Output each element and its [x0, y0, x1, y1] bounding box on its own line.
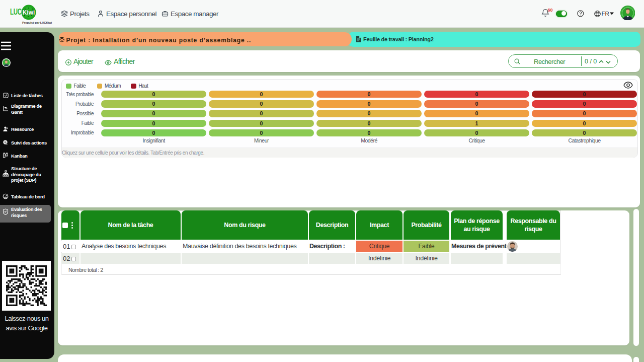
svg-text:Kiwi: Kiwi [23, 9, 35, 16]
